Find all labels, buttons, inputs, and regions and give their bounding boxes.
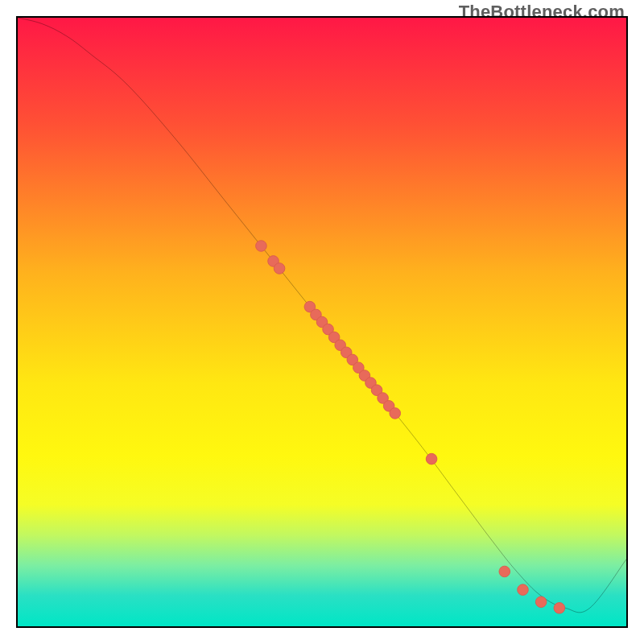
sample-point — [535, 597, 547, 608]
chart-svg — [18, 18, 626, 626]
sample-point — [390, 408, 401, 419]
sample-points-group — [256, 241, 565, 613]
sample-point — [426, 453, 437, 464]
plot-area — [16, 16, 628, 628]
chart-container: TheBottleneck.com — [0, 0, 644, 644]
bottleneck-curve — [18, 18, 626, 613]
sample-point — [518, 584, 529, 596]
sample-point — [256, 241, 267, 252]
sample-point — [554, 603, 565, 614]
sample-point — [499, 566, 510, 577]
sample-point — [274, 263, 285, 275]
